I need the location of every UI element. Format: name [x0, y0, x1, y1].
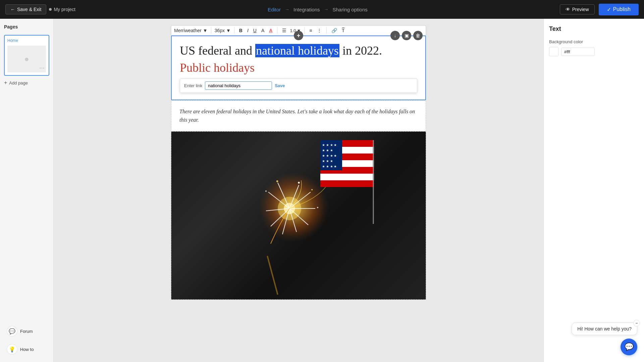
svg-point-12: [298, 182, 300, 184]
svg-point-16: [276, 180, 278, 182]
home-page-preview: ● ⋯: [7, 46, 46, 72]
toolbar-divider-5: [326, 27, 327, 34]
sharing-nav-item[interactable]: Sharing options: [333, 7, 368, 12]
delete-button[interactable]: 🗑: [413, 31, 423, 40]
image-block: ★ ★ ★ ★ ★ ★ ★ ★ ★ ★ ★ ★ ★ ★ ★ ★ ★ ★: [171, 131, 426, 300]
chat-widget: Hi! How can we help you? − 💬: [572, 322, 637, 355]
svg-text:★ ★ ★ ★: ★ ★ ★ ★: [322, 143, 337, 147]
add-page-button[interactable]: + Add page: [4, 80, 49, 86]
nav-right: 👁 Preview ✓ Publish: [560, 4, 639, 15]
toolbar-divider-4: [304, 27, 305, 34]
check-icon: ✓: [607, 6, 611, 13]
right-sidebar: Text Background color: [543, 19, 644, 362]
eye-icon: 👁: [566, 7, 570, 12]
left-sidebar: Pages Home ● ⋯ + Add page 💬 Forum 💡 How …: [0, 19, 54, 362]
hand-sparkler: [262, 254, 283, 299]
svg-point-13: [311, 189, 313, 190]
link-label: Enter link: [184, 83, 202, 88]
main-layout: Pages Home ● ⋯ + Add page 💬 Forum 💡 How …: [0, 19, 644, 362]
duplicate-button[interactable]: ▣: [402, 31, 411, 40]
font-color-button[interactable]: A: [260, 27, 266, 34]
svg-text:★ ★ ★: ★ ★ ★: [322, 159, 333, 163]
svg-text:★ ★ ★ ★: ★ ★ ★ ★: [322, 165, 337, 168]
publish-button[interactable]: ✓ Publish: [599, 4, 639, 15]
chat-bubble-wrap: Hi! How can we help you? −: [572, 322, 637, 335]
font-selector[interactable]: Merriweather ▼: [174, 28, 208, 33]
forum-icon: 💬: [7, 326, 17, 337]
plus-icon: +: [4, 80, 7, 86]
project-name: My project: [49, 7, 75, 12]
pages-title: Pages: [4, 24, 49, 29]
svg-text:★ ★ ★ ★: ★ ★ ★ ★: [322, 154, 337, 158]
subtitle-text: Public holidays: [180, 60, 417, 76]
svg-line-31: [267, 256, 278, 295]
add-content-button[interactable]: +: [294, 31, 303, 40]
nav-center: Editor → Integrations → Sharing options: [268, 7, 368, 12]
chat-open-button[interactable]: 💬: [621, 339, 637, 355]
preview-button[interactable]: 👁 Preview: [560, 4, 595, 14]
move-down-button[interactable]: ↓: [390, 31, 400, 40]
svg-text:★ ★ ★: ★ ★ ★: [322, 148, 333, 152]
chevron-down-icon-2: ▼: [226, 28, 231, 33]
link-save-button[interactable]: Save: [275, 83, 285, 88]
bold-button[interactable]: B: [238, 27, 244, 34]
arrow-left-icon: ←: [10, 7, 15, 12]
svg-point-15: [265, 190, 267, 192]
paragraph-block: There are eleven federal holidays in the…: [171, 100, 426, 131]
arrow-right-icon-2: →: [324, 7, 329, 12]
chat-close-button[interactable]: −: [633, 320, 640, 326]
integrations-nav-item[interactable]: Integrations: [293, 7, 320, 12]
color-swatch[interactable]: [549, 47, 558, 56]
clear-format-button[interactable]: T̅: [340, 27, 346, 34]
nav-left: ← Save & Exit My project: [5, 4, 75, 14]
sidebar-bottom-tools: 💬 Forum 💡 How to: [4, 324, 49, 357]
editor-nav-item[interactable]: Editor: [268, 7, 281, 12]
editor-area: Merriweather ▼ 36px ▼ B I U A A ☰ 1.0 ▼ …: [54, 19, 543, 362]
block-toolbar: ↓ ▣ 🗑: [390, 31, 423, 40]
svg-rect-22: [320, 174, 374, 180]
flag-svg: ★ ★ ★ ★ ★ ★ ★ ★ ★ ★ ★ ★ ★ ★ ★ ★ ★ ★: [320, 140, 374, 224]
italic-button[interactable]: I: [246, 27, 250, 34]
dot-indicator: [49, 8, 52, 11]
font-highlight-button[interactable]: A: [268, 27, 274, 34]
top-navigation: ← Save & Exit My project Editor → Integr…: [0, 0, 644, 19]
toolbar-divider-1: [211, 27, 211, 34]
svg-point-14: [317, 207, 318, 208]
align-button[interactable]: ☰: [281, 27, 288, 34]
highlighted-text: national holidays: [255, 44, 339, 57]
lightbulb-icon: 💡: [7, 344, 17, 355]
paragraph-text: There are eleven federal holidays in the…: [179, 107, 418, 124]
forum-tool[interactable]: 💬 Forum: [4, 324, 49, 339]
toolbar-divider-2: [234, 27, 234, 34]
main-title: US federal and national holidays in 2022…: [180, 43, 417, 59]
color-input[interactable]: [561, 48, 595, 56]
chevron-down-icon: ▼: [203, 28, 208, 33]
link-input[interactable]: [205, 81, 272, 90]
color-row: [549, 47, 639, 56]
bg-color-label: Background color: [549, 39, 639, 44]
underline-button[interactable]: U: [252, 27, 258, 34]
list-ordered-button[interactable]: ≡: [308, 27, 313, 34]
image-placeholder: ★ ★ ★ ★ ★ ★ ★ ★ ★ ★ ★ ★ ★ ★ ★ ★ ★ ★: [171, 132, 426, 299]
toolbar-divider-3: [277, 27, 277, 34]
link-popup: Enter link Save: [180, 78, 417, 93]
page-thumb-menu[interactable]: ⋯: [39, 65, 45, 71]
home-page-thumb[interactable]: Home ● ⋯: [4, 35, 49, 76]
arrow-right-icon-1: →: [285, 7, 289, 12]
text-editor-block: + ↓ ▣ 🗑 US federal and national holidays…: [171, 36, 426, 100]
link-button[interactable]: 🔗: [330, 27, 338, 34]
size-selector[interactable]: 36px ▼: [215, 28, 231, 33]
home-page-label: Home: [7, 38, 46, 43]
flag-element: ★ ★ ★ ★ ★ ★ ★ ★ ★ ★ ★ ★ ★ ★ ★ ★ ★ ★: [320, 140, 387, 234]
howto-tool[interactable]: 💡 How to: [4, 342, 49, 357]
chat-message-bubble: Hi! How can we help you?: [572, 322, 637, 335]
save-exit-button[interactable]: ← Save & Exit: [5, 4, 46, 14]
home-page-icon: ●: [24, 54, 29, 64]
stick-svg: [262, 254, 282, 296]
list-unordered-button[interactable]: ⋮: [316, 27, 323, 34]
right-panel-title: Text: [549, 25, 639, 33]
svg-rect-23: [320, 180, 374, 187]
